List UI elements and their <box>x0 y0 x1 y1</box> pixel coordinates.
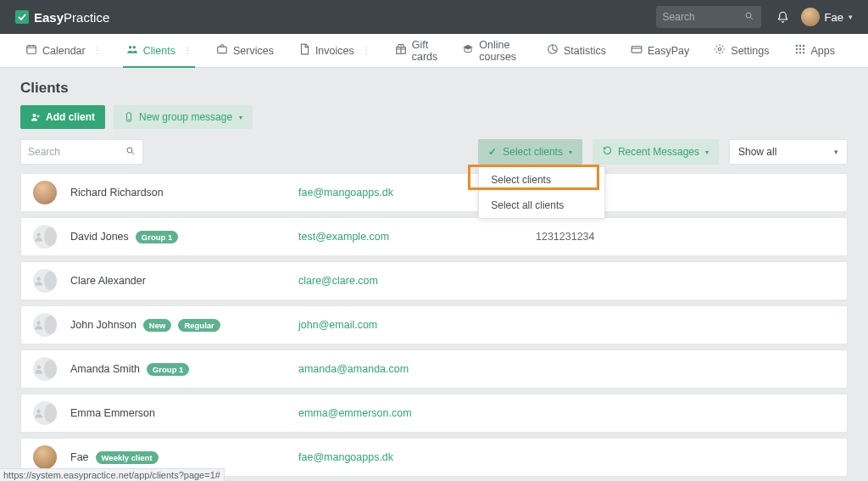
avatar <box>33 181 57 204</box>
client-name: Clare Alexander <box>70 275 146 287</box>
group-badge: Group 1 <box>136 231 178 243</box>
client-email[interactable]: clare@clare.com <box>298 275 536 287</box>
action-row: Add client New group message ▾ <box>20 105 848 129</box>
svg-point-14 <box>802 48 804 50</box>
chevron-down-icon: ▾ <box>849 13 853 21</box>
avatar <box>33 313 57 337</box>
new-group-message-button[interactable]: New group message ▾ <box>114 105 253 129</box>
avatar <box>33 357 57 381</box>
client-email[interactable]: amanda@amanda.com <box>298 363 536 375</box>
svg-point-2 <box>129 46 132 49</box>
avatar <box>33 401 57 425</box>
refresh-icon <box>603 146 612 158</box>
add-client-button[interactable]: Add client <box>20 105 105 129</box>
nav-online-courses[interactable]: Online courses <box>453 34 531 67</box>
svg-point-24 <box>36 366 40 369</box>
svg-point-15 <box>795 52 797 53</box>
svg-point-17 <box>802 52 804 53</box>
svg-point-22 <box>36 277 40 281</box>
filter-row: ✓ Select clients ▾ Select clients Select… <box>20 139 848 165</box>
avatar <box>801 8 820 26</box>
global-search[interactable] <box>656 6 761 28</box>
svg-point-20 <box>127 148 132 153</box>
client-search[interactable] <box>20 139 143 165</box>
client-search-input[interactable] <box>28 146 125 158</box>
notifications-button[interactable] <box>776 11 789 24</box>
client-name: David Jones <box>70 231 129 243</box>
page-content: Clients Add client New group message ▾ ✓… <box>0 68 868 477</box>
client-email[interactable]: john@email.com <box>298 319 536 331</box>
avatar <box>33 445 57 469</box>
user-menu[interactable]: Fae ▾ <box>801 8 853 26</box>
nav-invoices[interactable]: Invoices⋮ <box>290 34 379 67</box>
client-row[interactable]: Emma Emmerson emma@emmerson.com <box>20 394 848 433</box>
svg-point-18 <box>33 114 36 117</box>
svg-point-23 <box>36 322 40 325</box>
svg-point-25 <box>36 410 40 413</box>
show-all-select[interactable]: Show all ▾ <box>729 139 848 165</box>
page-title: Clients <box>20 80 848 97</box>
avatar <box>33 225 57 249</box>
nav-statistics[interactable]: Statistics <box>538 34 615 67</box>
dropdown-item-select-all-clients[interactable]: Select all clients <box>479 193 604 218</box>
graduation-cap-icon <box>462 43 474 58</box>
client-name: Emma Emmerson <box>70 407 155 419</box>
nav-settings[interactable]: Settings <box>705 34 777 67</box>
clients-list: Richard Richardson fae@mangoapps.dk Davi… <box>20 173 848 477</box>
person-plus-icon <box>31 112 41 122</box>
client-row[interactable]: Amanda SmithGroup 1 amanda@amanda.com <box>20 350 848 389</box>
svg-point-8 <box>719 48 722 51</box>
more-dots-icon: ⋮ <box>183 47 192 55</box>
svg-rect-4 <box>218 47 227 53</box>
client-name: Amanda Smith <box>70 363 140 375</box>
nav-calendar[interactable]: Calendar⋮ <box>17 34 110 67</box>
client-row[interactable]: Clare Alexander clare@clare.com <box>20 261 848 300</box>
avatar <box>33 269 57 293</box>
more-dots-icon: ⋮ <box>362 47 370 55</box>
nav-services[interactable]: Services <box>208 34 282 67</box>
dropdown-item-select-clients[interactable]: Select clients <box>479 167 604 193</box>
select-clients-dropdown: Select clients Select all clients <box>478 166 605 219</box>
client-row[interactable]: David JonesGroup 1 test@example.com 1231… <box>20 217 848 256</box>
recent-messages-button[interactable]: Recent Messages ▾ <box>593 139 719 165</box>
global-search-input[interactable] <box>663 11 739 23</box>
search-icon <box>125 146 136 159</box>
logo-check-icon <box>15 10 29 24</box>
client-email[interactable]: test@example.com <box>298 231 536 243</box>
brand-logo[interactable]: EasyPractice <box>15 10 109 25</box>
chevron-down-icon: ▾ <box>569 148 572 156</box>
svg-point-13 <box>798 48 800 50</box>
user-name: Fae <box>825 11 843 24</box>
svg-point-10 <box>798 45 800 47</box>
svg-point-11 <box>802 45 804 47</box>
grid-icon <box>794 43 806 58</box>
svg-rect-1 <box>27 46 36 53</box>
brand-text: EasyPractice <box>34 10 109 25</box>
client-row[interactable]: Richard Richardson fae@mangoapps.dk <box>20 173 848 212</box>
nav-apps[interactable]: Apps <box>786 34 844 67</box>
client-email[interactable]: fae@mangoapps.dk <box>298 451 536 463</box>
chevron-down-icon: ▾ <box>705 148 709 156</box>
weekly-client-badge: Weekly client <box>96 451 159 464</box>
regular-badge: Regular <box>178 319 220 332</box>
nav-easypay[interactable]: EasyPay <box>622 34 698 67</box>
client-row[interactable]: John JohnsonNewRegular john@email.com <box>20 305 848 344</box>
svg-rect-7 <box>632 47 642 53</box>
calendar-icon <box>25 43 37 58</box>
svg-point-0 <box>746 13 751 18</box>
client-name: John Johnson <box>70 319 136 331</box>
client-name: Fae <box>70 451 89 463</box>
nav-clients[interactable]: Clients⋮ <box>118 34 200 67</box>
chevron-down-icon: ▾ <box>834 148 838 156</box>
client-phone: 1231231234 <box>536 231 595 243</box>
svg-point-12 <box>795 48 797 50</box>
client-email[interactable]: emma@emmerson.com <box>298 407 536 419</box>
chevron-down-icon: ▾ <box>239 114 242 121</box>
main-nav: Calendar⋮ Clients⋮ Services Invoices⋮ Gi… <box>0 34 868 68</box>
more-dots-icon: ⋮ <box>93 47 102 55</box>
pie-chart-icon <box>547 43 559 58</box>
svg-point-16 <box>798 52 800 53</box>
nav-giftcards[interactable]: Gift cards <box>387 34 447 67</box>
status-bar-url: https://system.easypractice.net/app/clie… <box>0 468 225 481</box>
select-clients-button[interactable]: ✓ Select clients ▾ <box>478 139 582 165</box>
